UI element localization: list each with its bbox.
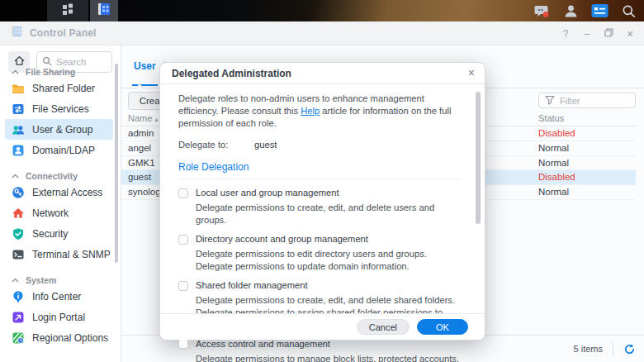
domain-ldap-icon bbox=[12, 144, 25, 157]
window-title: Control Panel bbox=[30, 27, 97, 39]
chevron-up-icon bbox=[12, 278, 19, 283]
app-launcher-button[interactable] bbox=[47, 0, 88, 21]
section-connectivity[interactable]: Connectivity bbox=[5, 170, 113, 182]
delegated-administration-dialog: Delegated Administration × Delegate role… bbox=[159, 62, 485, 341]
minimize-button[interactable]: – bbox=[581, 28, 593, 40]
grid-icon bbox=[61, 2, 74, 19]
section-divider bbox=[178, 179, 462, 179]
filter-box bbox=[538, 93, 636, 108]
sidebar-item-info-center[interactable]: Info Center bbox=[5, 286, 113, 307]
taskbar bbox=[0, 0, 644, 21]
checkbox-access-control-management[interactable] bbox=[178, 339, 188, 349]
control-panel-window: Control Panel ? – × bbox=[0, 21, 644, 362]
dialog-scrollbar[interactable] bbox=[476, 92, 481, 224]
filter-funnel-icon bbox=[545, 93, 555, 108]
section-system[interactable]: System bbox=[5, 274, 113, 286]
sidebar: File Sharing Shared Folder bbox=[0, 45, 121, 362]
sidebar-item-external-access[interactable]: External Access bbox=[5, 182, 113, 202]
regional-options-icon bbox=[12, 331, 25, 345]
network-icon bbox=[12, 207, 25, 220]
sidebar-item-domain-ldap[interactable]: Domain/LDAP bbox=[5, 140, 113, 160]
delegate-to-value: guest bbox=[254, 139, 277, 151]
window-titlebar: Control Panel ? – × bbox=[0, 21, 644, 45]
login-portal-icon bbox=[12, 311, 25, 324]
checkbox-shared-folder-management[interactable] bbox=[178, 281, 188, 291]
role-item: Local user and group management Delegate… bbox=[178, 187, 462, 226]
chevron-up-icon bbox=[12, 174, 19, 179]
dialog-footer: Cancel OK bbox=[160, 313, 485, 340]
ok-button[interactable]: OK bbox=[417, 319, 468, 335]
terminal-icon bbox=[12, 248, 25, 261]
sidebar-nav: File Sharing Shared Folder bbox=[5, 66, 113, 348]
sidebar-item-login-portal[interactable]: Login Portal bbox=[5, 307, 113, 327]
help-button[interactable]: ? bbox=[560, 28, 571, 40]
dialog-intro: Delegate roles to non-admin users to enh… bbox=[178, 93, 462, 130]
sidebar-item-terminal-snmp[interactable]: Terminal & SNMP bbox=[5, 244, 113, 264]
sidebar-item-security[interactable]: Security bbox=[5, 223, 113, 244]
help-link[interactable]: Help bbox=[301, 106, 320, 116]
sort-asc-icon: ▴ bbox=[154, 116, 158, 123]
sidebar-item-user-and-group[interactable]: User & Group bbox=[5, 119, 113, 140]
user-group-icon bbox=[12, 123, 25, 136]
taskbar-tray bbox=[533, 0, 637, 21]
role-item: Directory account and group management D… bbox=[178, 233, 462, 272]
external-access-icon bbox=[12, 186, 25, 199]
sidebar-item-file-services[interactable]: File Services bbox=[5, 98, 113, 119]
window-controls: ? – × bbox=[560, 21, 636, 45]
refresh-icon bbox=[623, 343, 636, 355]
statusbar-divider bbox=[613, 342, 613, 355]
items-count: 5 items bbox=[574, 344, 603, 354]
column-header-name[interactable]: Name ▴ bbox=[128, 113, 158, 123]
screen: Control Panel ? – × bbox=[0, 0, 644, 362]
file-services-icon bbox=[12, 102, 25, 116]
sidebar-scrollbar[interactable] bbox=[115, 64, 118, 263]
filter-input[interactable] bbox=[560, 96, 626, 106]
delegate-to-row: Delegate to: guest bbox=[178, 139, 462, 151]
security-shield-icon bbox=[12, 227, 25, 241]
column-header-status[interactable]: Status bbox=[538, 113, 564, 123]
checkbox-local-user-management[interactable] bbox=[178, 188, 188, 198]
widgets-icon[interactable] bbox=[590, 2, 608, 20]
close-button[interactable]: × bbox=[624, 27, 636, 40]
chevron-up-icon bbox=[12, 69, 19, 74]
sidebar-item-regional-options[interactable]: Regional Options bbox=[5, 327, 113, 348]
cancel-button[interactable]: Cancel bbox=[357, 319, 410, 335]
search-icon[interactable] bbox=[619, 2, 637, 20]
refresh-button[interactable] bbox=[621, 341, 637, 357]
delegate-to-label: Delegate to: bbox=[178, 139, 254, 151]
sidebar-item-network[interactable]: Network bbox=[5, 202, 113, 223]
dialog-title: Delegated Administration bbox=[160, 63, 485, 84]
dialog-close-icon[interactable]: × bbox=[468, 67, 475, 79]
shared-folder-icon bbox=[12, 82, 25, 95]
section-file-sharing[interactable]: File Sharing bbox=[5, 66, 113, 78]
taskbar-control-panel-button[interactable] bbox=[90, 0, 118, 21]
notifications-icon[interactable] bbox=[533, 2, 551, 20]
window-app-icon bbox=[10, 25, 23, 41]
sidebar-item-shared-folder[interactable]: Shared Folder bbox=[5, 78, 113, 98]
role-item: Access control and management Delegate p… bbox=[178, 338, 462, 362]
maximize-button[interactable] bbox=[603, 28, 614, 40]
control-panel-icon bbox=[97, 2, 111, 20]
tab-user[interactable]: User bbox=[134, 60, 156, 72]
role-delegation-heading: Role Delegation bbox=[178, 161, 462, 174]
info-center-icon bbox=[12, 290, 25, 303]
user-account-icon[interactable] bbox=[561, 2, 580, 20]
checkbox-directory-account-management[interactable] bbox=[178, 235, 188, 245]
